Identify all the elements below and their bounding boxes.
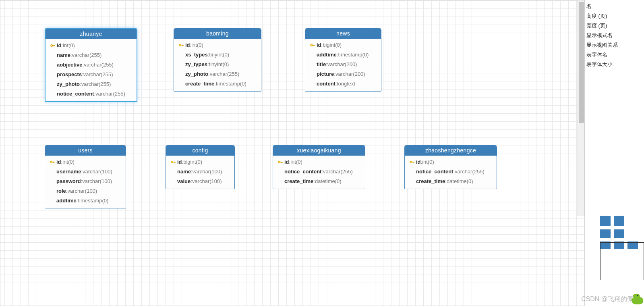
svg-rect-4 — [54, 46, 55, 46]
column-name: content — [317, 80, 335, 88]
column-name: zy_photo — [57, 80, 80, 88]
column-name: id — [56, 158, 61, 166]
table-column-row[interactable]: username: varchar(100) — [45, 167, 126, 177]
column-name: title — [317, 60, 326, 69]
svg-rect-22 — [173, 162, 175, 162]
column-name: zy_types — [185, 60, 207, 69]
table-zhuanye[interactable]: zhuanyeid: int(0)name: varchar(255)aobje… — [45, 28, 137, 102]
table-title[interactable]: xuexiaogaikuang — [273, 145, 365, 156]
svg-rect-8 — [182, 45, 183, 46]
table-column-row[interactable]: id: int(0) — [45, 157, 126, 167]
table-column-row[interactable]: name: varchar(100) — [166, 167, 234, 177]
primary-key-icon — [48, 159, 56, 165]
table-body: id: int(0)notice_content: varchar(255)cr… — [405, 156, 497, 189]
column-type: int(0) — [62, 158, 75, 166]
minimap-viewport[interactable] — [600, 242, 644, 280]
table-column-row[interactable]: xs_types: tinyint(0) — [174, 50, 261, 60]
table-column-row[interactable]: password: varchar(100) — [45, 177, 126, 186]
table-column-row[interactable]: picture: varchar(200) — [305, 69, 381, 79]
column-type: varchar(100) — [67, 187, 97, 195]
table-news[interactable]: newsid: bigint(0)addtime: timestamp(0)ti… — [305, 28, 381, 92]
column-type: varchar(255) — [83, 71, 113, 79]
svg-point-21 — [172, 162, 172, 162]
table-config[interactable]: configid: bigint(0)name: varchar(100)val… — [166, 145, 235, 189]
property-row[interactable]: 表字体大小 — [586, 60, 643, 69]
table-title[interactable]: news — [305, 28, 381, 39]
table-title[interactable]: zhuanye — [46, 29, 137, 39]
table-users[interactable]: usersid: int(0)username: varchar(100)pas… — [45, 145, 126, 208]
table-column-row[interactable]: create_time: datetime(0) — [273, 177, 365, 186]
svg-point-26 — [279, 162, 280, 162]
table-column-row[interactable]: id: bigint(0) — [305, 40, 381, 50]
svg-rect-32 — [412, 162, 414, 162]
property-row[interactable]: 高度 (页) — [586, 11, 643, 21]
column-name: notice_content — [416, 168, 453, 176]
table-column-row[interactable]: name: varchar(255) — [46, 50, 137, 60]
property-row[interactable]: 表字体名 — [586, 50, 643, 60]
table-column-row[interactable]: role: varchar(100) — [45, 186, 126, 196]
svg-rect-7 — [181, 45, 183, 45]
column-type: int(0) — [63, 42, 75, 50]
column-type: datetime(0) — [315, 177, 342, 185]
column-name: password — [56, 177, 81, 185]
table-column-row[interactable]: addtime: timestamp(0) — [305, 50, 381, 60]
column-name: xs_types — [185, 51, 208, 59]
table-column-row[interactable]: create_time: timestamp(0) — [174, 79, 261, 89]
table-column-row[interactable]: zy_types: tinyint(0) — [174, 60, 261, 69]
table-column-row[interactable]: value: varchar(100) — [166, 177, 234, 186]
svg-point-16 — [51, 162, 52, 162]
svg-point-31 — [410, 162, 411, 162]
column-name: addtime — [317, 51, 337, 59]
table-body: id: int(0)notice_content: varchar(255)cr… — [273, 156, 365, 189]
column-type: bigint(0) — [323, 41, 342, 49]
table-column-row[interactable]: create_time: datetime(0) — [405, 177, 497, 186]
column-name: name — [177, 168, 191, 176]
svg-rect-9 — [183, 45, 183, 46]
table-column-row[interactable]: notice_content: varchar(255) — [46, 89, 137, 99]
table-title[interactable]: config — [166, 145, 234, 156]
diagram-canvas[interactable]: zhuanyeid: int(0)name: varchar(255)aobje… — [0, 0, 585, 306]
primary-key-icon — [309, 42, 317, 48]
table-body: id: bigint(0)name: varchar(100)value: va… — [166, 156, 234, 189]
primary-key-icon — [276, 159, 284, 165]
property-row[interactable]: 显示模式名 — [586, 31, 643, 40]
column-type: varchar(255) — [323, 168, 353, 176]
table-title[interactable]: users — [45, 145, 126, 156]
column-name: role — [56, 187, 66, 195]
property-row[interactable]: 名 — [586, 2, 643, 11]
table-column-row[interactable]: zy_photo: varchar(255) — [174, 69, 261, 79]
table-column-row[interactable]: content: longtext — [305, 79, 381, 89]
svg-rect-34 — [414, 162, 414, 162]
column-name: id — [177, 158, 182, 166]
scrollbar-thumb[interactable] — [579, 2, 584, 123]
table-column-row[interactable]: notice_content: varchar(255) — [273, 167, 365, 177]
table-column-row[interactable]: prospects: varchar(255) — [46, 70, 137, 79]
table-column-row[interactable]: id: int(0) — [405, 157, 497, 167]
table-column-row[interactable]: id: int(0) — [273, 157, 365, 167]
minimap[interactable] — [600, 216, 644, 280]
table-column-row[interactable]: id: bigint(0) — [166, 157, 234, 167]
table-zhaoshengzhengce[interactable]: zhaoshengzhengceid: int(0)notice_content… — [404, 145, 497, 189]
table-column-row[interactable]: notice_content: varchar(255) — [405, 167, 497, 177]
column-name: username — [56, 168, 81, 176]
column-name: aobjective — [57, 61, 83, 69]
canvas-scrollbar-vertical[interactable] — [578, 0, 584, 216]
table-column-row[interactable]: id: int(0) — [46, 41, 137, 50]
column-name: create_time — [284, 177, 313, 185]
table-title[interactable]: baoming — [174, 28, 261, 39]
table-column-row[interactable]: id: int(0) — [174, 40, 261, 50]
table-xuexiaogaikuang[interactable]: xuexiaogaikuangid: int(0)notice_content:… — [273, 145, 365, 189]
svg-rect-2 — [53, 45, 55, 46]
column-type: varchar(255) — [455, 168, 485, 176]
svg-rect-18 — [54, 162, 54, 163]
property-row[interactable]: 显示视图关系 — [586, 40, 643, 50]
property-row[interactable]: 宽度 (页) — [586, 21, 643, 31]
table-column-row[interactable]: title: varchar(200) — [305, 60, 381, 69]
column-type: timestamp(0) — [216, 80, 246, 88]
table-title[interactable]: zhaoshengzhengce — [405, 145, 497, 156]
table-column-row[interactable]: zy_photo: varchar(255) — [46, 79, 137, 89]
table-column-row[interactable]: aobjective: varchar(255) — [46, 60, 137, 70]
svg-rect-19 — [54, 162, 54, 162]
table-baoming[interactable]: baomingid: int(0)xs_types: tinyint(0)zy_… — [174, 28, 261, 92]
table-column-row[interactable]: addtime: timestamp(0) — [45, 196, 126, 206]
